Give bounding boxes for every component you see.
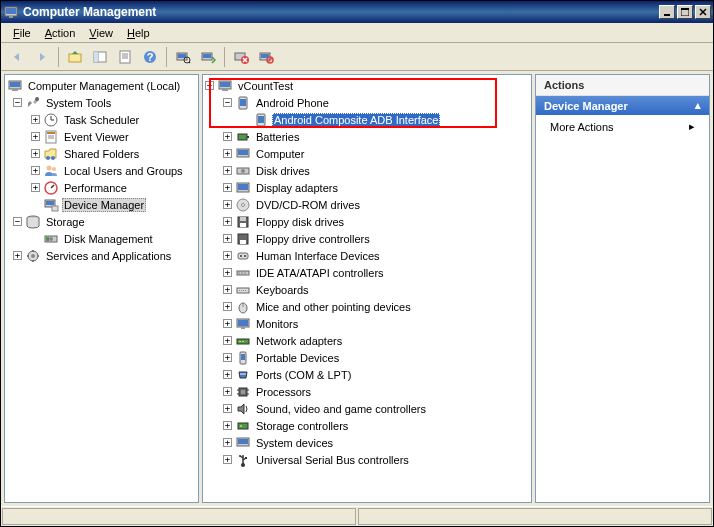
minimize-button[interactable] bbox=[659, 5, 675, 19]
tree-storage[interactable]: − Storage bbox=[7, 213, 196, 230]
tree-event-viewer[interactable]: + Event Viewer bbox=[7, 128, 196, 145]
expand-icon[interactable]: + bbox=[31, 183, 40, 192]
device-monitors[interactable]: + Monitors bbox=[205, 315, 529, 332]
svg-point-43 bbox=[46, 156, 50, 160]
menu-help[interactable]: Help bbox=[121, 25, 156, 41]
device-network[interactable]: + Network adapters bbox=[205, 332, 529, 349]
help-button[interactable]: ? bbox=[138, 45, 162, 69]
device-mice[interactable]: + Mice and other pointing devices bbox=[205, 298, 529, 315]
expand-icon[interactable]: + bbox=[223, 217, 232, 226]
svg-rect-34 bbox=[12, 89, 18, 91]
device-disk-drives[interactable]: + Disk drives bbox=[205, 162, 529, 179]
expand-icon[interactable]: + bbox=[31, 132, 40, 141]
expand-icon[interactable]: + bbox=[223, 285, 232, 294]
expand-icon[interactable]: + bbox=[223, 336, 232, 345]
expand-icon[interactable]: + bbox=[13, 251, 22, 260]
up-button[interactable] bbox=[63, 45, 87, 69]
tree-shared-folders[interactable]: + Shared Folders bbox=[7, 145, 196, 162]
expand-icon[interactable]: + bbox=[223, 183, 232, 192]
device-hid[interactable]: + Human Interface Devices bbox=[205, 247, 529, 264]
tree-task-scheduler[interactable]: + Task Scheduler bbox=[7, 111, 196, 128]
tree-local-users[interactable]: + Local Users and Groups bbox=[7, 162, 196, 179]
device-portable[interactable]: + Portable Devices bbox=[205, 349, 529, 366]
expand-icon[interactable]: + bbox=[223, 200, 232, 209]
expand-icon[interactable]: + bbox=[223, 370, 232, 379]
mouse-icon bbox=[235, 299, 251, 315]
device-keyboards[interactable]: + Keyboards bbox=[205, 281, 529, 298]
device-ports[interactable]: + Ports (COM & LPT) bbox=[205, 366, 529, 383]
expand-icon[interactable]: + bbox=[223, 268, 232, 277]
uninstall-button[interactable] bbox=[229, 45, 253, 69]
tree-label: Floppy disk drives bbox=[254, 215, 346, 229]
device-ide[interactable]: + IDE ATA/ATAPI controllers bbox=[205, 264, 529, 281]
scan-hardware-button[interactable] bbox=[171, 45, 195, 69]
menu-action[interactable]: Action bbox=[39, 25, 82, 41]
device-computer[interactable]: + Computer bbox=[205, 145, 529, 162]
tree-root[interactable]: Computer Management (Local) bbox=[7, 77, 196, 94]
expand-icon[interactable]: + bbox=[31, 115, 40, 124]
tree-label: Display adapters bbox=[254, 181, 340, 195]
properties-button[interactable] bbox=[113, 45, 137, 69]
expand-icon[interactable]: + bbox=[223, 455, 232, 464]
expand-icon[interactable]: + bbox=[223, 438, 232, 447]
tree-label: Disk drives bbox=[254, 164, 312, 178]
close-button[interactable] bbox=[695, 5, 711, 19]
collapse-icon[interactable]: − bbox=[13, 217, 22, 226]
expand-icon[interactable]: + bbox=[223, 251, 232, 260]
device-android-phone[interactable]: − Android Phone bbox=[205, 94, 529, 111]
tree-disk-management[interactable]: Disk Management bbox=[7, 230, 196, 247]
expand-icon[interactable]: + bbox=[31, 149, 40, 158]
collapse-icon[interactable]: − bbox=[13, 98, 22, 107]
menu-file[interactable]: File bbox=[7, 25, 37, 41]
svg-rect-1 bbox=[6, 8, 16, 14]
tree-performance[interactable]: + Performance bbox=[7, 179, 196, 196]
device-floppy-ctrl[interactable]: + Floppy drive controllers bbox=[205, 230, 529, 247]
more-actions-item[interactable]: More Actions ▸ bbox=[536, 115, 709, 138]
maximize-button[interactable] bbox=[677, 5, 693, 19]
back-button[interactable] bbox=[5, 45, 29, 69]
svg-rect-2 bbox=[9, 16, 13, 18]
tree-services-apps[interactable]: + Services and Applications bbox=[7, 247, 196, 264]
device-floppy[interactable]: + Floppy disk drives bbox=[205, 213, 529, 230]
expand-icon[interactable]: + bbox=[31, 166, 40, 175]
svg-point-82 bbox=[244, 255, 246, 257]
window-title: Computer Management bbox=[23, 5, 659, 19]
device-storage-ctrl[interactable]: + Storage controllers bbox=[205, 417, 529, 434]
update-driver-button[interactable] bbox=[196, 45, 220, 69]
device-display[interactable]: + Display adapters bbox=[205, 179, 529, 196]
svg-rect-88 bbox=[239, 290, 240, 291]
expand-icon[interactable]: + bbox=[223, 404, 232, 413]
expand-icon[interactable]: + bbox=[223, 319, 232, 328]
device-root[interactable]: − vCountTest bbox=[205, 77, 529, 94]
tree-label: vCountTest bbox=[236, 79, 295, 93]
forward-button[interactable] bbox=[30, 45, 54, 69]
device-processors[interactable]: + Processors bbox=[205, 383, 529, 400]
device-android-adb[interactable]: Android Composite ADB Interface bbox=[205, 111, 529, 128]
expand-icon[interactable]: + bbox=[223, 302, 232, 311]
collapse-icon[interactable]: − bbox=[223, 98, 232, 107]
tree-system-tools[interactable]: − System Tools bbox=[7, 94, 196, 111]
expand-icon[interactable]: + bbox=[223, 132, 232, 141]
expand-icon[interactable]: + bbox=[223, 234, 232, 243]
disable-button[interactable] bbox=[254, 45, 278, 69]
expand-icon[interactable]: + bbox=[223, 166, 232, 175]
svg-rect-99 bbox=[242, 341, 244, 342]
battery-icon bbox=[235, 129, 251, 145]
expand-icon[interactable]: + bbox=[223, 421, 232, 430]
tree-device-manager[interactable]: Device Manager bbox=[7, 196, 196, 213]
expand-icon[interactable]: + bbox=[223, 353, 232, 362]
device-usb[interactable]: + Universal Serial Bus controllers bbox=[205, 451, 529, 468]
expand-icon[interactable]: + bbox=[223, 149, 232, 158]
tree-label: Keyboards bbox=[254, 283, 311, 297]
actions-sub-label: Device Manager bbox=[544, 100, 628, 112]
menu-view[interactable]: View bbox=[83, 25, 119, 41]
svg-point-81 bbox=[240, 255, 242, 257]
collapse-icon[interactable]: − bbox=[205, 81, 214, 90]
expand-icon[interactable]: + bbox=[223, 387, 232, 396]
device-batteries[interactable]: + Batteries bbox=[205, 128, 529, 145]
device-dvd[interactable]: + DVD/CD-ROM drives bbox=[205, 196, 529, 213]
device-system[interactable]: + System devices bbox=[205, 434, 529, 451]
actions-subheader[interactable]: Device Manager ▴ bbox=[536, 96, 709, 115]
device-sound[interactable]: + Sound, video and game controllers bbox=[205, 400, 529, 417]
show-hide-button[interactable] bbox=[88, 45, 112, 69]
